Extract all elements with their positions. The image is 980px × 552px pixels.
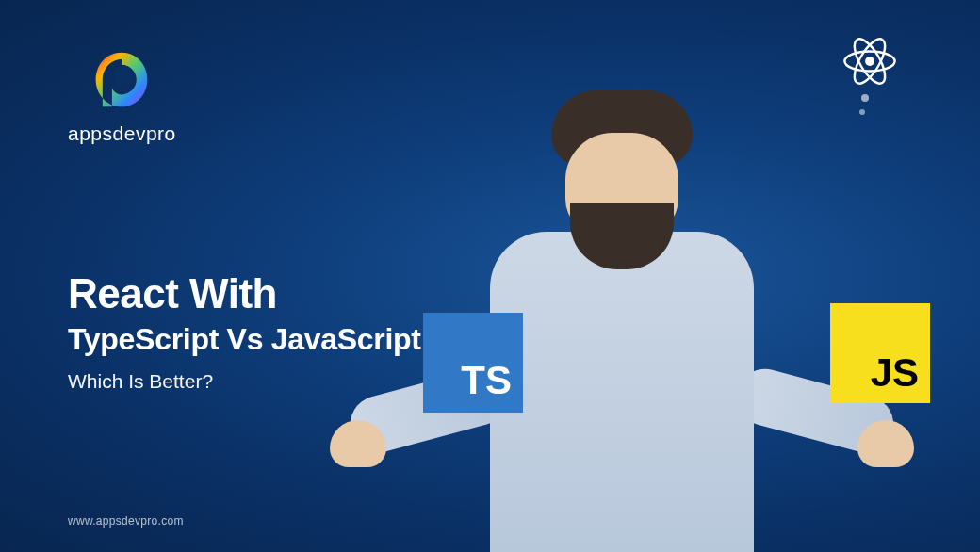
brand-logo: appsdevpro xyxy=(68,47,176,145)
person-torso xyxy=(490,232,754,552)
react-logo-icon xyxy=(837,28,903,94)
javascript-badge: JS xyxy=(830,303,930,403)
typescript-badge: TS xyxy=(423,313,523,413)
javascript-label: JS xyxy=(871,350,919,396)
brand-name: appsdevpro xyxy=(68,122,176,145)
person-hand xyxy=(858,420,914,467)
person-head xyxy=(551,90,693,260)
typescript-label: TS xyxy=(461,358,512,403)
appsdevpro-logo-icon xyxy=(88,47,155,115)
person-beard xyxy=(570,203,674,269)
footer-url: www.appsdevpro.com xyxy=(68,514,184,528)
svg-point-3 xyxy=(865,57,874,66)
promo-banner: appsdevpro React With TypeScript Vs Java… xyxy=(0,0,980,552)
